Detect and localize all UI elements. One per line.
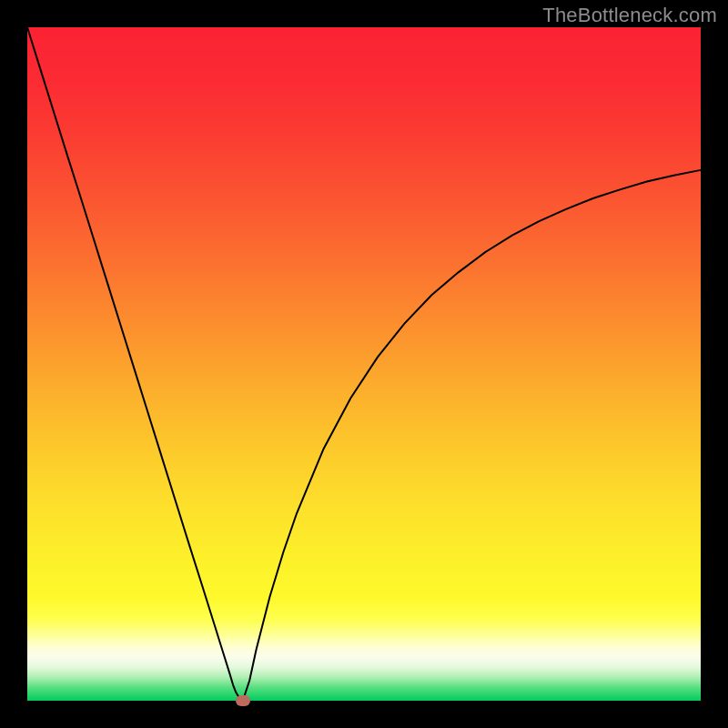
- bottleneck-curve: [27, 27, 701, 701]
- chart-frame: [27, 27, 701, 701]
- optimal-point-marker: [236, 695, 250, 706]
- watermark-text: TheBottleneck.com: [542, 4, 717, 27]
- chart-curve-svg: [27, 27, 701, 701]
